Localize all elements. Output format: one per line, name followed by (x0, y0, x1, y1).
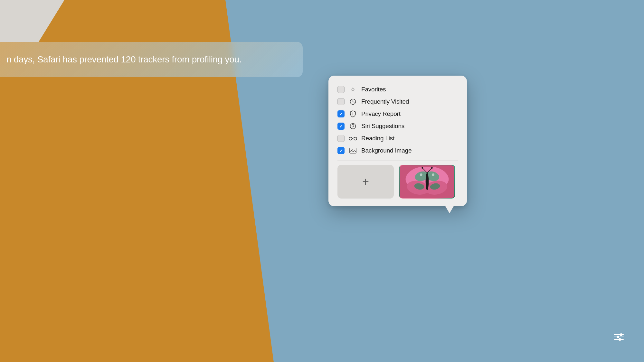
svg-point-19 (421, 167, 423, 169)
svg-line-2 (353, 102, 354, 102)
privacy-banner: n days, Safari has prevented 120 tracker… (0, 42, 303, 77)
image-picker-row: + (337, 165, 458, 199)
settings-button[interactable] (611, 329, 627, 345)
svg-rect-6 (350, 148, 356, 153)
checkbox-siri-suggestions[interactable] (337, 123, 345, 130)
svg-point-21 (431, 167, 433, 169)
slider-knob-2 (617, 336, 619, 338)
label-frequently-visited: Frequently Visited (361, 98, 409, 105)
slider-knob-3 (619, 338, 621, 341)
label-privacy-report: Privacy Report (361, 110, 401, 117)
label-favorites: Favorites (361, 86, 386, 93)
photo-icon (349, 147, 357, 154)
label-siri-suggestions: Siri Suggestions (361, 123, 404, 130)
label-reading-list: Reading List (361, 135, 394, 142)
clock-icon (349, 98, 357, 106)
star-icon: ☆ (349, 86, 357, 93)
customize-panel: ☆ Favorites Frequently Visited Privacy R… (328, 76, 467, 206)
menu-item-favorites[interactable]: ☆ Favorites (337, 83, 458, 96)
divider (337, 161, 458, 161)
butterfly-image-option[interactable] (399, 165, 455, 199)
privacy-banner-text: n days, Safari has prevented 120 tracker… (6, 54, 242, 65)
checkbox-frequently-visited[interactable] (337, 98, 345, 105)
siri-icon (349, 122, 357, 130)
menu-item-reading-list[interactable]: Reading List (337, 132, 458, 144)
slider-line-2 (614, 337, 624, 338)
checkbox-privacy-report[interactable] (337, 110, 345, 117)
menu-item-privacy-report[interactable]: Privacy Report (337, 108, 458, 120)
slider-knob-1 (620, 333, 622, 336)
svg-point-17 (426, 173, 429, 190)
svg-point-5 (353, 128, 353, 128)
checkbox-background-image[interactable] (337, 147, 345, 154)
menu-item-background-image[interactable]: Background Image (337, 144, 458, 157)
svg-point-22 (420, 173, 422, 176)
slider-line-3 (614, 339, 624, 340)
checkbox-reading-list[interactable] (337, 135, 345, 142)
slider-line-1 (614, 334, 624, 335)
add-image-button[interactable]: + (337, 165, 394, 199)
menu-item-siri-suggestions[interactable]: Siri Suggestions (337, 120, 458, 132)
add-icon: + (362, 175, 369, 189)
sliders-icon (614, 334, 624, 340)
shield-icon (349, 110, 357, 118)
svg-point-23 (432, 173, 434, 176)
label-background-image: Background Image (361, 147, 412, 154)
checkbox-favorites[interactable] (337, 86, 345, 93)
infinity-icon (349, 135, 357, 142)
menu-item-frequently-visited[interactable]: Frequently Visited (337, 96, 458, 108)
